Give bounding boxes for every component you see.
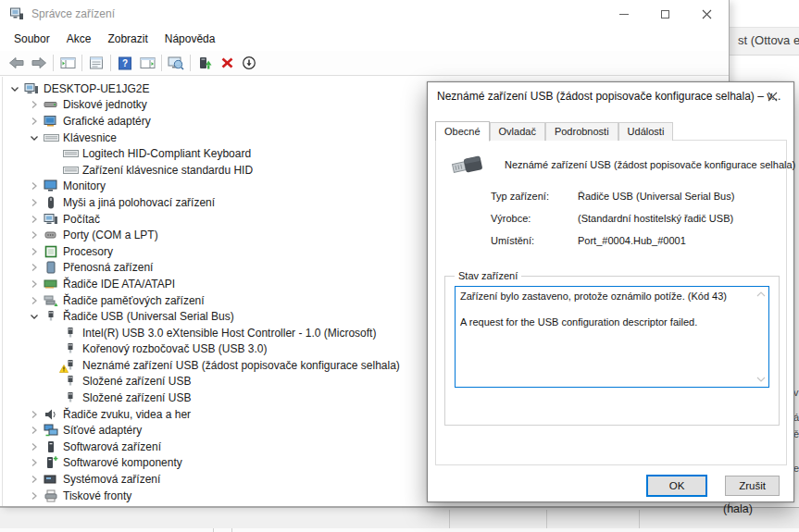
status-text-line: A request for the USB configuration desc… (460, 315, 750, 328)
chevron-right-icon[interactable] (26, 229, 43, 241)
disable-device-icon[interactable] (238, 53, 260, 74)
tree-item-label: Řadiče IDE ATA/ATAPI (63, 278, 175, 291)
help-icon[interactable]: ? (114, 53, 136, 74)
chevron-right-icon[interactable] (26, 278, 43, 291)
tab-page-general: Neznámé zařízení USB (žádost popisovače … (435, 140, 787, 465)
chevron-down-icon[interactable] (26, 310, 43, 323)
tree-indent-spacer (45, 327, 62, 340)
dialog-tabs: ObecnéOvladačPodrobnostiUdálosti (435, 120, 673, 141)
chevron-right-icon[interactable] (26, 294, 43, 307)
property-label: Typ zařízení: (491, 191, 578, 202)
show-properties-icon[interactable] (85, 53, 107, 74)
tree-item-label: Řadiče zvuku, videa a her (63, 408, 191, 421)
scroll-down-icon[interactable] (756, 377, 766, 382)
menu-item-napoveda[interactable]: Nápověda (156, 28, 224, 51)
chevron-right-icon[interactable] (26, 213, 43, 226)
tab-ovladac[interactable]: Ovladač (490, 122, 545, 141)
tree-indent-spacer (45, 164, 62, 177)
chevron-right-icon[interactable] (26, 245, 43, 258)
warning-icon (59, 365, 69, 373)
computer-icon (43, 213, 59, 226)
caption-buttons (603, 0, 728, 28)
software-component-icon (43, 456, 59, 469)
device-manager-icon (9, 7, 24, 20)
chevron-right-icon[interactable] (26, 424, 43, 437)
chevron-right-icon[interactable] (26, 261, 43, 274)
background-truncated-text: (hala) (723, 502, 753, 515)
property-value: (Standardní hostitelský řadič USB) (578, 213, 733, 224)
menu-item-zobrazit[interactable]: Zobrazit (99, 28, 156, 51)
tree-item-label: Porty (COM a LPT) (63, 229, 158, 241)
toolbar-separator (161, 55, 162, 71)
close-icon (768, 92, 778, 102)
tree-item-label: Procesory (63, 245, 113, 258)
cancel-button[interactable]: Zrušit (725, 476, 780, 496)
update-driver-icon[interactable] (194, 53, 216, 74)
maximize-button[interactable] (644, 0, 686, 28)
tab-podrobnosti[interactable]: Podrobnosti (545, 122, 618, 141)
tree-item-label: Neznámé zařízení USB (žádost popisovače … (82, 359, 400, 372)
scan-hardware-changes-icon[interactable] (165, 53, 187, 74)
forward-icon[interactable] (28, 53, 50, 74)
tree-item-label: Přenosná zařízení (63, 261, 153, 274)
console-tree-icon[interactable] (56, 53, 79, 74)
svg-text:?: ? (122, 58, 128, 68)
action-pane-icon[interactable] (136, 53, 158, 74)
menu-item-soubor[interactable]: Soubor (6, 28, 58, 51)
property-row: Typ zařízení:Řadiče USB (Universal Seria… (491, 191, 734, 202)
chevron-right-icon[interactable] (26, 98, 43, 111)
scroll-up-icon[interactable] (756, 291, 766, 297)
ok-button[interactable]: OK (646, 475, 707, 497)
usb-icon (62, 327, 79, 340)
property-label: Výrobce: (491, 213, 578, 224)
tree-item-label: Kořenový rozbočovač USB (USB 3.0) (82, 342, 267, 355)
system-device-icon (43, 473, 59, 486)
toolbar: ? (0, 51, 729, 76)
disk-drive-icon (43, 98, 59, 111)
chevron-right-icon[interactable] (26, 196, 43, 209)
close-button[interactable] (686, 0, 728, 28)
minimize-button[interactable] (603, 0, 644, 28)
device-status-textbox[interactable]: Zařízení bylo zastaveno, protože oznámil… (455, 286, 769, 388)
chevron-right-icon[interactable] (26, 115, 43, 128)
menu-item-akce[interactable]: Akce (58, 28, 100, 51)
tab-obecne[interactable]: Obecné (435, 121, 490, 142)
property-value: Port_#0004.Hub_#0001 (578, 235, 686, 246)
chevron-right-icon[interactable] (26, 408, 43, 421)
chevron-right-icon[interactable] (26, 489, 43, 502)
title-bar: Správce zařízení (0, 0, 729, 28)
keyboard-icon (62, 164, 79, 177)
tree-item-label: Systémová zařízení (63, 473, 160, 486)
back-icon[interactable] (6, 53, 28, 74)
chevron-down-icon[interactable] (6, 82, 23, 95)
chevron-right-icon[interactable] (26, 179, 43, 192)
tab-udalosti[interactable]: Události (618, 122, 674, 141)
print-queue-icon (43, 489, 59, 502)
chevron-right-icon[interactable] (26, 473, 43, 486)
device-name: Neznámé zařízení USB (žádost popisovače … (505, 159, 795, 170)
property-row: Umístění:Port_#0004.Hub_#0001 (491, 235, 686, 246)
background-window-titlebar: st (Ottova e... (730, 27, 799, 56)
dialog-close-button[interactable] (752, 82, 793, 110)
chevron-right-icon[interactable] (26, 440, 43, 453)
background-table-strip (0, 507, 799, 532)
table-column-divider (449, 510, 450, 528)
maximize-icon (661, 10, 669, 19)
software-device-icon (43, 440, 59, 453)
tree-item-label: Softwarová zařízení (63, 440, 161, 453)
tree-item-label: Softwarové komponenty (63, 456, 182, 469)
port-icon (43, 229, 59, 241)
processor-icon (43, 245, 59, 258)
dialog-title: Neznámé zařízení USB (žádost popisovače … (437, 82, 780, 110)
display-adapter-icon (43, 115, 59, 128)
device-properties-dialog: Neznámé zařízení USB (žádost popisovače … (427, 81, 794, 502)
property-row: Výrobce:(Standardní hostitelský řadič US… (491, 213, 733, 224)
chevron-right-icon[interactable] (26, 456, 43, 469)
uninstall-device-icon[interactable] (216, 53, 238, 74)
background-table-row (0, 528, 799, 532)
toolbar-separator (190, 55, 191, 71)
chevron-down-icon[interactable] (26, 131, 43, 144)
usb-icon (62, 342, 79, 355)
computer-icon (23, 82, 40, 95)
background-window-title-text: st (Ottova e... (738, 33, 799, 47)
